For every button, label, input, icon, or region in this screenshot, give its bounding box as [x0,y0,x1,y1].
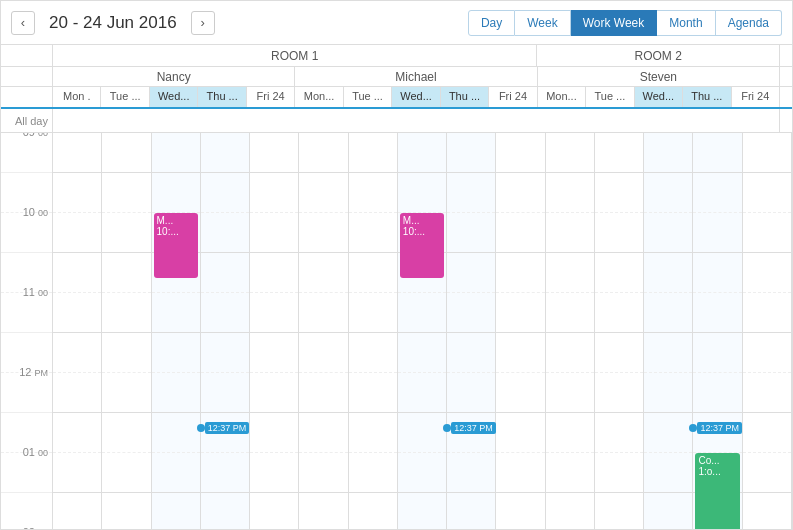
time-indicator-steven: 12:37 PM [693,422,741,434]
day-nancy-tue: Tue ... [101,87,149,107]
day-michael-thu: Thu ... [441,87,489,107]
nav-group: ‹ 20 - 24 Jun 2016 › [11,11,215,35]
grid-col-michael-thu: 12:37 PM [447,133,496,529]
steven-label: Steven [538,67,780,86]
day-nancy-thu: Thu ... [198,87,246,107]
grid-col-steven-wed [644,133,693,529]
day-nancy-mon: Mon . [53,87,101,107]
grid-col-steven-thu: 12:37 PM Co... 1:o... [693,133,742,529]
time-label-02: 02 00 [23,526,48,529]
time-slot-01: 01 00 [1,453,52,493]
next-button[interactable]: › [191,11,215,35]
app-container: ‹ 20 - 24 Jun 2016 › Day Week Work Week … [0,0,793,530]
prev-button[interactable]: ‹ [11,11,35,35]
time-label-12: 12 PM [19,366,48,378]
date-range: 20 - 24 Jun 2016 [49,13,177,33]
time-spacer-day [1,87,53,107]
time-grid: 09 00 10 00 11 00 12 PM 01 00 02 00 03 0… [1,133,792,529]
grid-col-michael-fri [496,133,545,529]
person-header: Nancy Michael Steven [1,67,792,87]
day-steven-wed: Wed... [635,87,683,107]
view-week[interactable]: Week [515,10,570,36]
scrollbar-spacer-day [780,87,792,107]
calendar-body: ROOM 1 ROOM 2 Nancy Michael Steven Mon .… [1,45,792,529]
time-slot-09: 09 00 [1,133,52,173]
day-michael-tue: Tue ... [344,87,392,107]
time-badge-steven: 12:37 PM [697,422,742,434]
scrollbar-spacer-allday [780,109,792,132]
time-badge-michael: 12:37 PM [451,422,496,434]
day-steven-thu: Thu ... [683,87,731,107]
event-michael-wed-meeting[interactable]: M... 10:... [400,213,444,278]
time-label-10: 10 00 [23,206,48,218]
time-label-11: 11 00 [23,286,48,298]
grid-col-nancy-fri [250,133,299,529]
grid-col-nancy-wed: M... 10:... [152,133,201,529]
time-label-09: 09 00 [23,133,48,138]
time-slot-11: 11 00 [1,293,52,333]
event-time: 10:... [157,226,195,237]
day-steven-tue: Tue ... [586,87,634,107]
time-dot-nancy [197,424,205,432]
event-title: Co... [698,455,736,466]
time-column: 09 00 10 00 11 00 12 PM 01 00 02 00 03 0… [1,133,53,529]
time-dot-steven [689,424,697,432]
time-spacer-room [1,45,53,66]
time-badge-nancy: 12:37 PM [205,422,250,434]
day-michael-fri: Fri 24 [489,87,537,107]
view-switcher: Day Week Work Week Month Agenda [468,10,782,36]
scrollbar-spacer-top [780,45,792,66]
day-steven-fri: Fri 24 [732,87,780,107]
grid-col-steven-fri [743,133,792,529]
time-slot-10: 10 00 [1,213,52,253]
grid-col-michael-mon [299,133,348,529]
event-nancy-wed-meeting[interactable]: M... 10:... [154,213,198,278]
room-header: ROOM 1 ROOM 2 [1,45,792,67]
event-title: M... [403,215,441,226]
event-title: M... [157,215,195,226]
time-slot-12: 12 PM [1,373,52,413]
allday-row: All day [1,109,792,133]
room1-label: ROOM 1 [53,45,537,66]
grid-col-michael-tue [349,133,398,529]
view-day[interactable]: Day [468,10,515,36]
time-indicator-nancy: 12:37 PM [201,422,249,434]
time-spacer-person [1,67,53,86]
day-nancy-fri: Fri 24 [247,87,295,107]
time-label-01: 01 00 [23,446,48,458]
grid-col-nancy-mon [53,133,102,529]
time-grid-scroll[interactable]: 09 00 10 00 11 00 12 PM 01 00 02 00 03 0… [1,133,792,529]
grid-col-nancy-tue [102,133,151,529]
grid-col-steven-tue [595,133,644,529]
time-slot-01h [1,493,52,529]
day-header-row: Mon . Tue ... Wed... Thu ... Fri 24 Mon.… [1,87,792,109]
allday-label: All day [1,109,53,132]
event-time: 10:... [403,226,441,237]
scrollbar-spacer-person [780,67,792,86]
view-workweek[interactable]: Work Week [571,10,658,36]
event-time: 1:o... [698,466,736,477]
grid-col-steven-mon [546,133,595,529]
allday-cell [53,109,780,132]
day-michael-wed: Wed... [392,87,440,107]
grid-col-michael-wed: M... 10:... [398,133,447,529]
day-nancy-wed: Wed... [150,87,198,107]
michael-label: Michael [295,67,537,86]
day-steven-mon: Mon... [538,87,586,107]
nancy-label: Nancy [53,67,295,86]
day-michael-mon: Mon... [295,87,343,107]
time-indicator-michael: 12:37 PM [447,422,495,434]
view-agenda[interactable]: Agenda [716,10,782,36]
room2-label: ROOM 2 [537,45,780,66]
view-month[interactable]: Month [657,10,715,36]
time-dot-michael [443,424,451,432]
event-steven-thu-conference[interactable]: Co... 1:o... [695,453,739,529]
grid-col-nancy-thu: 12:37 PM [201,133,250,529]
calendar-header: ‹ 20 - 24 Jun 2016 › Day Week Work Week … [1,1,792,45]
